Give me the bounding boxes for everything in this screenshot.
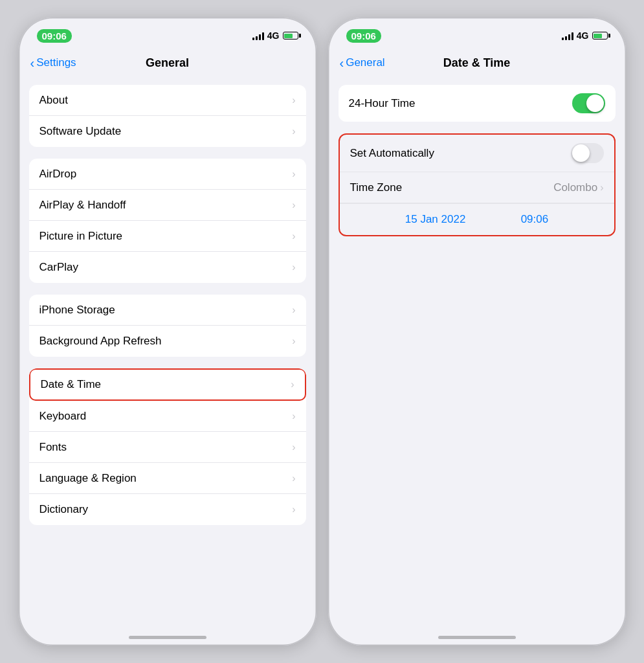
battery-icon-left — [283, 32, 298, 39]
iphone-storage-chevron: › — [292, 304, 295, 316]
settings-item-carplay[interactable]: CarPlay › — [29, 252, 306, 283]
settings-item-about[interactable]: About › — [29, 85, 306, 116]
home-indicator-right — [438, 636, 516, 639]
date-time-label: Date & Time — [41, 378, 102, 391]
bar2r — [565, 36, 567, 40]
back-chevron-right: ‹ — [340, 56, 344, 69]
battery-fill-right — [594, 34, 602, 38]
bar1 — [252, 38, 254, 40]
airdrop-chevron: › — [292, 168, 295, 180]
settings-item-iphone-storage[interactable]: iPhone Storage › — [29, 295, 306, 326]
nav-bar-right: ‹ General Date & Time — [328, 49, 626, 80]
software-update-chevron: › — [292, 126, 295, 137]
signal-bars-left — [252, 31, 264, 40]
toggle-set-automatically[interactable] — [571, 143, 604, 163]
iphone-storage-label: iPhone Storage — [39, 304, 115, 317]
pip-label: Picture in Picture — [39, 230, 123, 243]
airplay-right: › — [292, 199, 295, 211]
fonts-label: Fonts — [39, 441, 67, 454]
background-refresh-chevron: › — [292, 335, 295, 347]
dictionary-right: › — [292, 504, 295, 515]
iphone-storage-right: › — [292, 304, 295, 316]
keyboard-right: › — [292, 410, 295, 422]
nav-bar-left: ‹ Settings General — [19, 49, 316, 80]
settings-item-language-region[interactable]: Language & Region › — [29, 463, 306, 494]
airplay-chevron: › — [292, 199, 295, 211]
language-region-chevron: › — [292, 473, 295, 484]
date-time-chevron: › — [291, 379, 294, 390]
date-display: 15 Jan 2022 — [405, 213, 466, 226]
carplay-chevron: › — [292, 262, 295, 273]
toggle-thumb-set-auto — [572, 144, 590, 162]
pip-right: › — [292, 230, 295, 242]
settings-item-fonts[interactable]: Fonts › — [29, 432, 306, 463]
settings-group-4: Date & Time › Keyboard › Fonts › — [29, 368, 306, 525]
status-4g-right: 4G — [577, 30, 589, 41]
status-right-left: 4G — [252, 30, 298, 41]
language-region-right: › — [292, 473, 295, 484]
keyboard-label: Keyboard — [39, 410, 87, 423]
about-chevron: › — [292, 95, 295, 106]
software-update-right: › — [292, 126, 295, 137]
bar4r — [572, 32, 573, 40]
time-zone-value: Colombo — [553, 181, 597, 194]
fonts-right: › — [292, 442, 295, 453]
pip-chevron: › — [292, 230, 295, 242]
bar2 — [256, 36, 258, 40]
bar4 — [262, 32, 264, 40]
carplay-right: › — [292, 262, 295, 273]
settings-item-time-zone[interactable]: Time Zone Colombo › — [340, 172, 614, 203]
settings-item-24hour[interactable]: 24-Hour Time — [339, 85, 616, 122]
airdrop-right: › — [292, 168, 295, 180]
settings-item-set-automatically[interactable]: Set Automatically — [340, 135, 614, 172]
time-zone-label: Time Zone — [350, 181, 403, 194]
toggle-24hour[interactable] — [572, 93, 605, 113]
nav-title-right: Date & Time — [443, 56, 511, 70]
settings-item-airdrop[interactable]: AirDrop › — [29, 159, 306, 190]
settings-group-24hour: 24-Hour Time — [339, 85, 616, 122]
settings-item-dictionary[interactable]: Dictionary › — [29, 494, 306, 525]
settings-item-software-update[interactable]: Software Update › — [29, 116, 306, 147]
bar3 — [259, 34, 261, 40]
toggle-thumb-24hour — [586, 95, 604, 112]
fonts-chevron: › — [292, 442, 295, 453]
24hour-label: 24-Hour Time — [349, 97, 416, 110]
back-button-left[interactable]: ‹ Settings — [30, 56, 76, 69]
phones-wrapper: 09:06 4G ‹ Settings — [19, 17, 626, 646]
battery-icon-right — [592, 32, 608, 39]
back-label-left: Settings — [36, 56, 76, 69]
status-time-right: 09:06 — [346, 29, 381, 43]
settings-item-date-time[interactable]: Date & Time › — [29, 368, 306, 401]
back-button-right[interactable]: ‹ General — [340, 56, 385, 69]
settings-item-background-refresh[interactable]: Background App Refresh › — [29, 326, 306, 357]
nav-title-left: General — [146, 56, 189, 70]
date-time-right: › — [291, 379, 294, 390]
status-4g-left: 4G — [267, 30, 280, 41]
set-automatically-label: Set Automatically — [350, 147, 434, 160]
battery-left — [283, 32, 298, 39]
datetime-settings-highlighted-group: Set Automatically Time Zone Colombo › 15… — [339, 133, 616, 236]
about-label: About — [39, 94, 68, 107]
settings-item-picture-in-picture[interactable]: Picture in Picture › — [29, 221, 306, 252]
status-right-right: 4G — [562, 30, 608, 41]
settings-item-keyboard[interactable]: Keyboard › — [29, 401, 306, 432]
settings-item-airplay[interactable]: AirPlay & Handoff › — [29, 190, 306, 221]
home-indicator-left — [129, 636, 206, 639]
keyboard-chevron: › — [292, 410, 295, 422]
background-refresh-label: Background App Refresh — [39, 335, 162, 348]
back-chevron-left: ‹ — [30, 56, 35, 69]
dictionary-label: Dictionary — [39, 503, 89, 516]
back-label-right: General — [346, 56, 384, 69]
settings-group-1: About › Software Update › — [29, 85, 306, 147]
background-refresh-right: › — [292, 335, 295, 347]
right-phone: 09:06 4G ‹ General — [328, 17, 626, 646]
about-right: › — [292, 95, 295, 106]
dictionary-chevron: › — [292, 504, 295, 515]
time-zone-right: Colombo › — [553, 181, 603, 194]
airdrop-label: AirDrop — [39, 168, 77, 181]
time-display: 09:06 — [521, 213, 549, 226]
bar3r — [568, 34, 570, 40]
date-time-display-row: 15 Jan 2022 09:06 — [340, 203, 614, 235]
software-update-label: Software Update — [39, 125, 122, 138]
battery-right — [592, 32, 608, 39]
